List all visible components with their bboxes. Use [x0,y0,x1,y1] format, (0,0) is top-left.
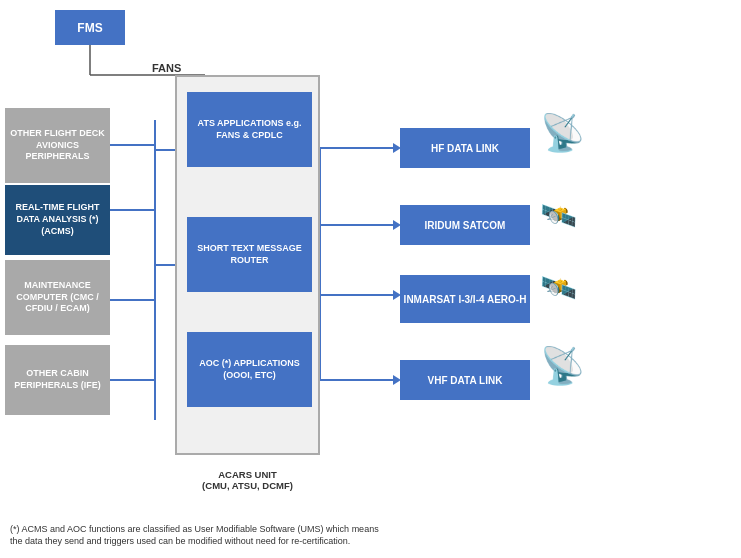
diagram-container: FMS FANS OTHER FLIGHT DECK AVIONICS PERI… [0,0,741,558]
cabin-box: OTHER CABIN PERIPHERALS (IFE) [5,345,110,415]
ats-applications-box: ATS APPLICATIONS e.g. FANS & CPDLC [187,92,312,167]
acars-unit-box: ATS APPLICATIONS e.g. FANS & CPDLC SHORT… [175,75,320,455]
vhf-antenna-icon: 📡 [540,348,585,384]
other-flight-deck-label: OTHER FLIGHT DECK AVIONICS PERIPHERALS [10,128,105,163]
iridium-label: IRIDUM SATCOM [425,220,506,231]
maintenance-box: MAINTENANCE COMPUTER (CMC / CFDIU / ECAM… [5,260,110,335]
fms-label: FMS [77,21,102,35]
hf-antenna-icon: 📡 [540,115,585,151]
cabin-label: OTHER CABIN PERIPHERALS (IFE) [10,368,105,391]
inmarsat-label: INMARSAT I-3/I-4 AERO-H [404,294,527,305]
aoc-label: AOC (*) APPLICATIONS (OOOI, ETC) [192,358,307,381]
other-flight-deck-box: OTHER FLIGHT DECK AVIONICS PERIPHERALS [5,108,110,183]
hf-label: HF DATA LINK [431,143,499,154]
vhf-box: VHF DATA LINK [400,360,530,400]
iridium-box: IRIDUM SATCOM [400,205,530,245]
connector-lines [0,0,741,558]
inmarsat-box: INMARSAT I-3/I-4 AERO-H [400,275,530,323]
hf-data-link-box: HF DATA LINK [400,128,530,168]
fms-box: FMS [55,10,125,45]
acms-label: REAL-TIME FLIGHT DATA ANALYSIS (*) (ACMS… [10,202,105,237]
ats-label: ATS APPLICATIONS e.g. FANS & CPDLC [192,118,307,141]
footnote-text: (*) ACMS and AOC functions are classifie… [10,524,379,547]
acms-box: REAL-TIME FLIGHT DATA ANALYSIS (*) (ACMS… [5,185,110,255]
maintenance-label: MAINTENANCE COMPUTER (CMC / CFDIU / ECAM… [10,280,105,315]
inmarsat-satellite-icon: 🛰️ [540,270,577,305]
acars-unit-label: ACARS UNIT (CMU, ATSU, DCMF) [202,469,293,491]
short-text-label: SHORT TEXT MESSAGE ROUTER [192,243,307,266]
aoc-applications-box: AOC (*) APPLICATIONS (OOOI, ETC) [187,332,312,407]
short-text-router-box: SHORT TEXT MESSAGE ROUTER [187,217,312,292]
footnote: (*) ACMS and AOC functions are classifie… [10,523,731,548]
vhf-label: VHF DATA LINK [428,375,503,386]
iridium-satellite-icon: 🛰️ [540,198,577,233]
fans-label: FANS [152,62,181,74]
